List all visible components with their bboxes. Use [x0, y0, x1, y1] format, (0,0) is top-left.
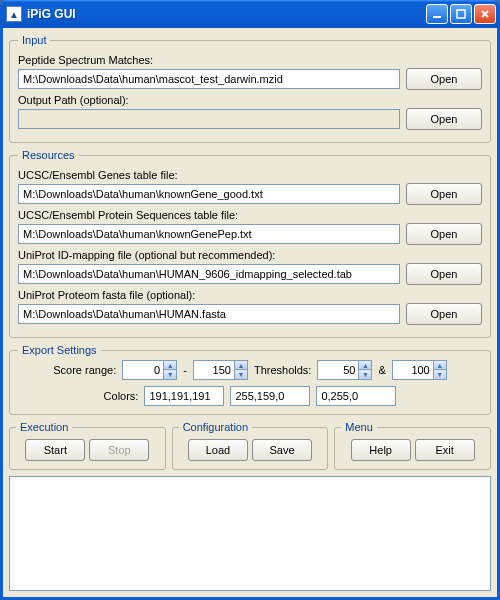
export-legend: Export Settings [18, 344, 101, 356]
color2-input[interactable] [230, 386, 310, 406]
input-group: Input Peptide Spectrum Matches: Open Out… [9, 34, 491, 143]
psm-label: Peptide Spectrum Matches: [18, 54, 482, 66]
score-max-input[interactable] [194, 364, 234, 376]
svg-rect-0 [433, 16, 441, 18]
action-groups: Execution Start Stop Configuration Load … [9, 421, 491, 470]
uniprot-fasta-label: UniProt Proteom fasta file (optional): [18, 289, 482, 301]
maximize-button[interactable] [450, 4, 472, 24]
help-button[interactable]: Help [351, 439, 411, 461]
output-input[interactable] [18, 109, 400, 129]
exit-button[interactable]: Exit [415, 439, 475, 461]
threshold1-input[interactable] [318, 364, 358, 376]
configuration-group: Configuration Load Save [172, 421, 329, 470]
psm-input[interactable] [18, 69, 400, 89]
thresholds-label: Thresholds: [254, 364, 311, 376]
spin-down-icon[interactable]: ▼ [234, 370, 247, 379]
execution-group: Execution Start Stop [9, 421, 166, 470]
spin-down-icon[interactable]: ▼ [358, 370, 371, 379]
load-button[interactable]: Load [188, 439, 248, 461]
spin-up-icon[interactable]: ▲ [234, 361, 247, 370]
configuration-legend: Configuration [179, 421, 252, 433]
threshold2-spinner[interactable]: ▲▼ [392, 360, 447, 380]
color1-input[interactable] [144, 386, 224, 406]
close-icon [480, 9, 490, 19]
spin-up-icon[interactable]: ▲ [163, 361, 176, 370]
score-range-label: Score range: [53, 364, 116, 376]
input-legend: Input [18, 34, 50, 46]
score-max-spinner[interactable]: ▲▼ [193, 360, 248, 380]
protein-open-button[interactable]: Open [406, 223, 482, 245]
threshold2-input[interactable] [393, 364, 433, 376]
close-button[interactable] [474, 4, 496, 24]
titlebar: ▲ iPiG GUI [0, 0, 500, 28]
colors-label: Colors: [104, 390, 139, 402]
threshold1-spinner[interactable]: ▲▼ [317, 360, 372, 380]
start-button[interactable]: Start [25, 439, 85, 461]
window-title: iPiG GUI [27, 7, 426, 21]
uniprot-fasta-open-button[interactable]: Open [406, 303, 482, 325]
protein-label: UCSC/Ensembl Protein Sequences table fil… [18, 209, 482, 221]
execution-legend: Execution [16, 421, 72, 433]
content-area: Input Peptide Spectrum Matches: Open Out… [0, 28, 500, 600]
export-group: Export Settings Score range: ▲▼ - ▲▼ Thr… [9, 344, 491, 415]
color3-input[interactable] [316, 386, 396, 406]
spin-down-icon[interactable]: ▼ [163, 370, 176, 379]
spin-down-icon[interactable]: ▼ [433, 370, 446, 379]
genes-input[interactable] [18, 184, 400, 204]
genes-open-button[interactable]: Open [406, 183, 482, 205]
resources-legend: Resources [18, 149, 79, 161]
minimize-icon [432, 9, 442, 19]
menu-legend: Menu [341, 421, 377, 433]
score-min-input[interactable] [123, 364, 163, 376]
log-textarea[interactable] [9, 476, 491, 591]
menu-group: Menu Help Exit [334, 421, 491, 470]
psm-open-button[interactable]: Open [406, 68, 482, 90]
genes-label: UCSC/Ensembl Genes table file: [18, 169, 482, 181]
resources-group: Resources UCSC/Ensembl Genes table file:… [9, 149, 491, 338]
spin-up-icon[interactable]: ▲ [358, 361, 371, 370]
output-open-button[interactable]: Open [406, 108, 482, 130]
protein-input[interactable] [18, 224, 400, 244]
maximize-icon [456, 9, 466, 19]
uniprot-id-label: UniProt ID-mapping file (optional but re… [18, 249, 482, 261]
svg-rect-1 [457, 10, 465, 18]
dash-label: - [183, 364, 187, 376]
score-min-spinner[interactable]: ▲▼ [122, 360, 177, 380]
uniprot-fasta-input[interactable] [18, 304, 400, 324]
minimize-button[interactable] [426, 4, 448, 24]
save-button[interactable]: Save [252, 439, 312, 461]
app-window: ▲ iPiG GUI Input Peptide Spectrum Matche… [0, 0, 500, 600]
uniprot-id-input[interactable] [18, 264, 400, 284]
output-label: Output Path (optional): [18, 94, 482, 106]
uniprot-id-open-button[interactable]: Open [406, 263, 482, 285]
spin-up-icon[interactable]: ▲ [433, 361, 446, 370]
stop-button[interactable]: Stop [89, 439, 149, 461]
amp-label: & [378, 364, 385, 376]
app-icon: ▲ [6, 6, 22, 22]
